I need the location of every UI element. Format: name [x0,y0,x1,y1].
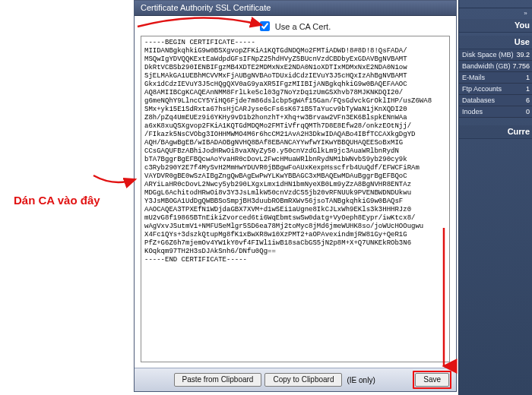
panel-title: Certificate Authority SSL Certificate [135,1,456,16]
annotation-text: Dán CA vào đây [14,194,100,207]
stats-row-label: E-Mails [462,74,485,81]
save-button[interactable]: Save [415,373,449,387]
stats-row-value: 7.756 [512,62,530,70]
save-button-highlight: Save [413,371,451,389]
stats-row: Inodes0 [459,106,532,118]
stats-row-value: 1 [526,74,530,81]
paste-from-clipboard-button[interactable]: Paste from Clipboard [174,373,262,387]
copy-to-clipboard-button[interactable]: Copy to Clipboard [264,373,342,387]
stats-row-value: 1 [526,85,530,93]
stats-row: Ftp Accounts1 [459,84,532,95]
stats-row-label: Bandwidth (GB) [462,62,511,70]
stats-row-label: Databases [462,96,495,104]
ca-certificate-textarea[interactable] [141,36,450,362]
breadcrumb: » [459,8,532,19]
stats-row-label: Disk Space (MB) [462,51,514,58]
stats-row: Bandwidth (GB)7.756 [459,61,532,72]
use-ca-row: Use a CA Cert. [135,16,456,36]
stats-row-value: 0 [526,108,530,115]
stats-row-label: Inodes [462,108,483,115]
sidebar-heading-your: You [459,19,532,33]
stats-row-label: Ftp Accounts [462,85,502,93]
ie-only-label: (IE only) [347,376,375,384]
stats-row: E-Mails1 [459,72,532,84]
stats-row: Databases6 [459,95,532,106]
stats-row: Disk Space (MB)39.2 [459,49,532,61]
stats-sidebar: » You Use Disk Space (MB)39.2Bandwidth (… [458,0,532,395]
sidebar-heading-used: Use [459,36,532,49]
panel-footer: Paste from Clipboard Copy to Clipboard (… [135,368,456,391]
stats-row-value: 6 [526,96,530,104]
ssl-ca-panel: Certificate Authority SSL Certificate Us… [134,0,457,392]
stats-rows: Disk Space (MB)39.2Bandwidth (GB)7.756E-… [459,49,532,118]
cert-textarea-wrap [135,36,456,368]
use-ca-label[interactable]: Use a CA Cert. [275,22,331,31]
sidebar-heading-current: Curre [459,125,532,139]
stats-row-value: 39.2 [516,51,530,58]
use-ca-checkbox[interactable] [260,21,270,31]
